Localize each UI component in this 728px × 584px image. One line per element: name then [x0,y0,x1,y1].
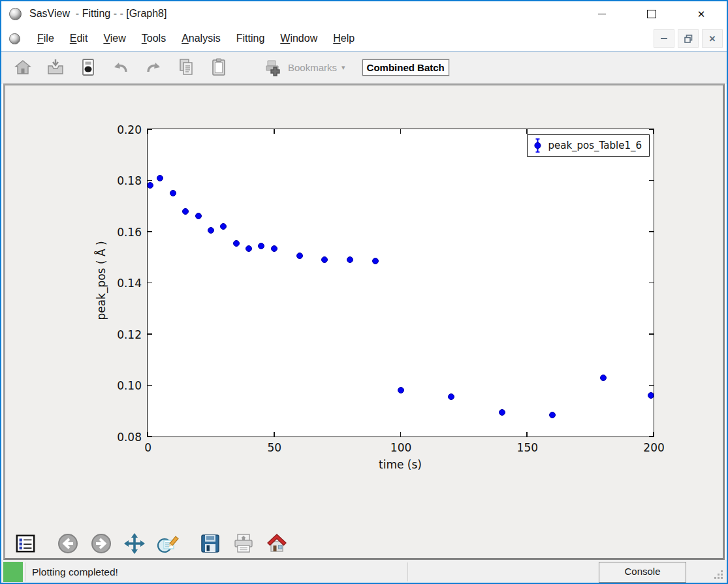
app-icon [9,8,22,20]
menu-bar: FileEditViewToolsAnalysisFittingWindowHe… [1,26,727,52]
mdi-minimize-icon [661,38,667,39]
load-data-button[interactable] [39,54,72,80]
y-tick-mark [148,231,152,232]
maximize-button[interactable] [637,3,667,25]
status-bar: Plotting completed! Console [1,561,727,583]
forward-icon [90,532,112,555]
data-point [208,227,214,234]
data-point [170,190,176,196]
menu-window[interactable]: Window [272,30,325,47]
bookmark-add-icon[interactable] [262,57,283,78]
bookmarks-dropdown-icon[interactable]: ▾ [341,63,345,72]
combined-batch-button[interactable]: Combined Batch [362,59,449,76]
data-point [220,223,227,230]
y-tick-label: 0.12 [100,328,142,341]
data-point [182,208,189,215]
zoom-edit-button[interactable] [155,531,180,556]
y-tick-mark [148,129,152,130]
minimize-button[interactable] [587,3,617,25]
home-button[interactable] [7,54,39,80]
mdi-restore-button[interactable] [678,29,699,48]
back-icon [57,532,79,555]
y-tick-mark [649,231,654,232]
mdi-restore-icon [684,35,693,43]
x-tick-label: 150 [517,441,538,454]
plot-legend: peak_pos_Table1_6 [527,134,650,157]
data-point [321,256,328,263]
x-tick-mark [400,432,402,437]
data-point [372,258,379,264]
data-point [296,253,303,259]
minimize-icon [598,14,606,14]
close-button[interactable]: ✕ [686,3,716,25]
redo-button[interactable] [137,54,170,80]
data-point [157,175,163,181]
paste-icon [210,57,228,77]
pan-button[interactable] [122,531,147,556]
mdi-controls: ✕ [654,29,723,48]
redo-icon [144,58,163,76]
menu-items: FileEditViewToolsAnalysisFittingWindowHe… [29,30,362,47]
y-tick-mark [649,436,654,437]
load-data-icon [46,57,65,77]
menu-file[interactable]: File [29,30,62,47]
save-button[interactable] [198,531,223,556]
mdi-minimize-button[interactable] [654,29,674,48]
reset-home-button[interactable] [264,531,289,556]
report-button[interactable] [72,54,104,80]
legend-label: peak_pos_Table1_6 [548,140,642,151]
x-tick-label: 100 [390,441,411,454]
y-tick-label: 0.08 [100,431,142,444]
context-menu-button[interactable] [13,531,38,556]
back-button[interactable] [55,531,80,556]
y-tick-label: 0.20 [100,123,142,136]
mdi-child-icon [9,33,20,44]
legend-errorbar-marker [533,138,542,153]
y-tick-label: 0.10 [100,379,142,392]
bookmarks-group: Bookmarks ▾ [262,57,345,78]
figure-canvas: peak_pos_Table1_6 peak_pos ( Å ) time (s… [5,85,723,529]
menu-edit[interactable]: Edit [62,30,96,47]
plot-axes: peak_pos_Table1_6 [147,129,654,437]
paste-button[interactable] [202,54,235,80]
menu-view[interactable]: View [95,30,133,47]
y-tick-mark [148,180,152,181]
resize-grip-icon[interactable] [714,570,724,580]
print-button[interactable] [231,531,256,556]
data-point [398,387,404,393]
y-tick-mark [649,129,654,130]
plot-toolbar [5,529,723,558]
data-point [448,393,454,400]
x-tick-label: 200 [643,441,664,454]
console-button[interactable]: Console [599,562,686,583]
x-tick-mark [274,129,275,134]
x-axis-label: time (s) [379,458,422,471]
statusbar-divider [407,562,408,581]
x-tick-label: 50 [268,441,282,454]
menu-analysis[interactable]: Analysis [174,30,229,47]
sasview-window: SasView - Fitting - - [Graph8] ✕ FileEdi… [0,0,728,584]
mdi-close-button[interactable]: ✕ [702,29,723,48]
x-tick-mark [653,129,654,134]
menu-tools[interactable]: Tools [134,30,174,47]
y-tick-mark [649,180,654,181]
zoom-edit-icon [156,532,180,555]
copy-button[interactable] [170,54,202,80]
x-tick-mark [526,432,528,437]
forward-button[interactable] [89,531,114,556]
data-point [148,182,153,189]
x-tick-mark [274,432,275,437]
title-bar: SasView - Fitting - - [Graph8] ✕ [1,1,727,26]
menu-fitting[interactable]: Fitting [229,30,273,47]
data-point [258,243,264,249]
bookmarks-label[interactable]: Bookmarks [288,62,337,73]
pan-icon [123,532,146,555]
undo-button[interactable] [104,54,137,80]
y-tick-mark [148,333,152,335]
maximize-icon [647,10,656,18]
y-tick-mark [649,385,654,386]
y-tick-mark [148,283,152,284]
menu-help[interactable]: Help [325,30,362,47]
y-tick-mark [649,283,654,284]
context-menu-icon [15,533,36,554]
